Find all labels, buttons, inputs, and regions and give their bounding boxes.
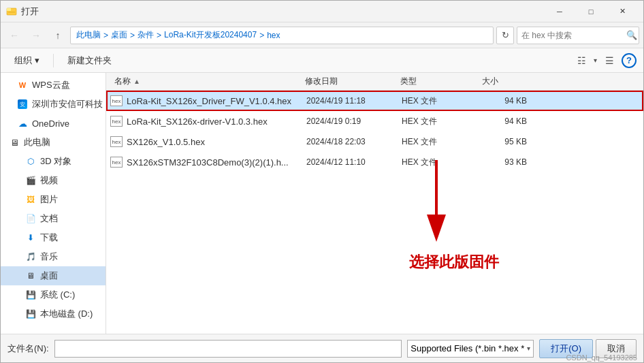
download-icon: ⬇	[25, 232, 36, 243]
sidebar-label-onedrive: OneDrive	[32, 119, 69, 129]
window-title: 打开	[21, 5, 544, 18]
file-date-3: 2024/4/18 22:03	[301, 137, 396, 146]
organize-button[interactable]: 组织 ▾	[7, 52, 46, 69]
file-type-4: HEX 文件	[396, 157, 478, 168]
header-type[interactable]: 类型	[395, 73, 477, 90]
view-dropdown-arrow[interactable]: ▾	[594, 57, 597, 64]
window-controls: ─ □ ✕	[544, 1, 638, 22]
filename-input[interactable]	[54, 340, 402, 358]
sidebar-label-video: 视频	[40, 174, 58, 187]
sidebar-item-local-d[interactable]: 💾 本地磁盘 (D:)	[1, 304, 106, 323]
sidebar-item-video[interactable]: 🎬 视频	[1, 171, 106, 190]
sidebar-label-pic: 图片	[40, 193, 58, 206]
file-list-header: 名称 ▲ 修改日期 类型 大小	[106, 73, 643, 91]
view-list-button[interactable]: ☰	[600, 52, 619, 69]
filetype-dropdown[interactable]: Supported Files (*.bin *.hex * ▾	[407, 340, 534, 358]
sidebar-item-desktop[interactable]: 🖥 桌面	[1, 266, 106, 285]
crumb-pc[interactable]: 此电脑	[76, 29, 101, 41]
file-row-1[interactable]: hex LoRa-Kit_SX126x_Driver_FW_V1.0.4.hex…	[106, 91, 643, 111]
video-icon: 🎬	[25, 175, 36, 186]
file-type-3: HEX 文件	[396, 136, 478, 148]
header-size[interactable]: 大小	[477, 73, 531, 90]
file-type-2: HEX 文件	[396, 116, 478, 127]
file-size-1: 94 KB	[478, 96, 532, 106]
sort-arrow: ▲	[133, 78, 140, 85]
filename-label: 文件名(N):	[7, 343, 49, 355]
window-icon	[6, 6, 17, 17]
file-name-col-2: hex LoRa-Kit_SX126x-driver-V1.0.3.hex	[110, 116, 301, 127]
file-name-col-1: hex LoRa-Kit_SX126x_Driver_FW_V1.0.4.hex	[110, 95, 301, 106]
file-date-4: 2024/4/12 11:10	[301, 157, 396, 167]
back-button[interactable]: ←	[5, 26, 24, 45]
wps-icon: W	[17, 80, 28, 91]
file-icon-2: hex	[110, 116, 123, 127]
addressbar: ← → ↑ 此电脑 > 桌面 > 杂件 > LoRa-Kit开发板2024040…	[1, 22, 643, 48]
minimize-button[interactable]: ─	[544, 1, 575, 22]
sidebar-label-3d: 3D 对象	[40, 155, 71, 168]
forward-button[interactable]: →	[27, 26, 46, 45]
file-size-3: 95 KB	[478, 137, 532, 146]
refresh-button[interactable]: ↻	[496, 27, 514, 44]
sidebar-item-pc[interactable]: 🖥 此电脑	[1, 133, 106, 152]
search-input[interactable]	[521, 31, 624, 40]
sidebar-item-3d[interactable]: ⬡ 3D 对象	[1, 152, 106, 171]
file-row-4[interactable]: hex SX126xSTM32F103C8Demo(3)(2)(1).h... …	[106, 152, 643, 172]
pc-icon: 🖥	[9, 137, 20, 148]
bottom-bar: 文件名(N): Supported Files (*.bin *.hex * ▾…	[1, 334, 643, 362]
file-icon-1: hex	[110, 95, 123, 106]
sidebar-label-music: 音乐	[40, 251, 58, 263]
close-button[interactable]: ✕	[607, 1, 638, 22]
file-row-2[interactable]: hex LoRa-Kit_SX126x-driver-V1.0.3.hex 20…	[106, 111, 643, 131]
toolbar-separator	[53, 54, 54, 67]
file-icon-4: hex	[110, 157, 123, 168]
file-name-text-1: LoRa-Kit_SX126x_Driver_FW_V1.0.4.hex	[127, 96, 291, 106]
sidebar-item-wps[interactable]: W WPS云盘	[1, 76, 106, 95]
crumb-desktop[interactable]: 桌面	[111, 29, 127, 41]
header-date[interactable]: 修改日期	[300, 73, 395, 90]
sidebar-label-pc: 此电脑	[24, 136, 50, 148]
sidebar-item-download[interactable]: ⬇ 下载	[1, 228, 106, 247]
doc-icon: 📄	[25, 213, 36, 224]
company-icon: 安	[17, 99, 28, 110]
pic-icon: 🖼	[25, 194, 36, 205]
file-name-col-3: hex SX126x_V1.0.5.hex	[110, 136, 301, 147]
watermark: CSDN_qq_54193285	[566, 353, 637, 362]
file-date-1: 2024/4/19 11:18	[301, 96, 396, 106]
help-button[interactable]: ?	[622, 53, 637, 68]
header-name[interactable]: 名称 ▲	[109, 73, 300, 90]
sidebar-label-wps: WPS云盘	[32, 79, 70, 91]
search-box[interactable]: 🔍	[517, 27, 639, 44]
sidebar-label-local-d: 本地磁盘 (D:)	[40, 308, 93, 320]
crumb-misc[interactable]: 杂件	[138, 29, 154, 41]
crumb-hex[interactable]: hex	[267, 31, 280, 40]
sidebar-item-doc[interactable]: 📄 文档	[1, 209, 106, 228]
breadcrumb: 此电脑 > 桌面 > 杂件 > LoRa-Kit开发板20240407 > he…	[76, 29, 280, 41]
sidebar-item-music[interactable]: 🎵 音乐	[1, 247, 106, 266]
address-path[interactable]: 此电脑 > 桌面 > 杂件 > LoRa-Kit开发板20240407 > he…	[70, 27, 494, 44]
titlebar: 打开 ─ □ ✕	[1, 1, 643, 22]
sidebar-item-onedrive[interactable]: ☁ OneDrive	[1, 114, 106, 133]
sidebar-label-doc: 文档	[40, 212, 58, 225]
desktop-icon: 🖥	[25, 270, 36, 281]
sidebar-item-shenzhen[interactable]: 安 深圳市安信可科技	[1, 95, 106, 114]
file-type-1: HEX 文件	[396, 95, 478, 107]
sidebar-item-pic[interactable]: 🖼 图片	[1, 190, 106, 209]
file-date-2: 2024/4/19 0:19	[301, 116, 396, 126]
file-name-text-3: SX126x_V1.0.5.hex	[127, 137, 205, 147]
up-button[interactable]: ↑	[48, 26, 67, 45]
maximize-button[interactable]: □	[575, 1, 607, 22]
filetype-label: Supported Files (*.bin *.hex *	[410, 343, 524, 353]
new-folder-button[interactable]: 新建文件夹	[61, 52, 118, 69]
music-icon: 🎵	[25, 251, 36, 262]
view-grid-button[interactable]: ☷	[572, 52, 591, 69]
file-row-3[interactable]: hex SX126x_V1.0.5.hex 2024/4/18 22:03 HE…	[106, 131, 643, 152]
sidebar-item-system-c[interactable]: 💾 系统 (C:)	[1, 285, 106, 304]
sidebar: W WPS云盘 安 深圳市安信可科技 ☁ OneDrive 🖥	[1, 73, 106, 334]
filetype-dropdown-arrow: ▾	[527, 345, 530, 352]
disk-d-icon: 💾	[25, 309, 36, 319]
crumb-lorakit[interactable]: LoRa-Kit开发板20240407	[164, 29, 257, 41]
open-dialog-window: 打开 ─ □ ✕ ← → ↑ 此电脑 > 桌面 > 杂件 > LoRa-Kit开…	[0, 0, 644, 363]
view-buttons: ☷ ▾ ☰ ?	[572, 52, 637, 69]
disk-c-icon: 💾	[25, 289, 36, 300]
sidebar-label-download: 下载	[40, 232, 58, 244]
